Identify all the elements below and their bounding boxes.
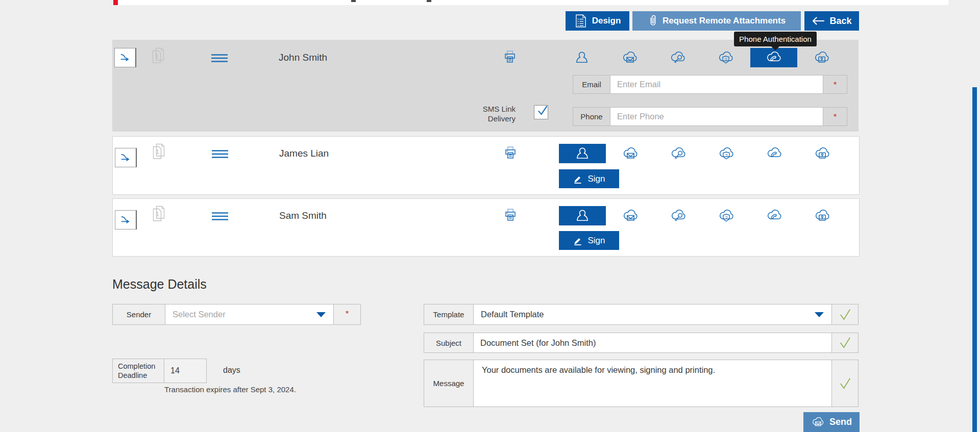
valid-check [832,304,858,324]
sms-label-line1: SMS Link [398,104,516,114]
recipient-row: 1 Sam Smith Sign [112,198,860,257]
in-person-icon[interactable] [559,206,606,225]
message-textarea[interactable]: Your documents are available for viewing… [474,360,831,406]
phone-authentication-icon[interactable] [750,48,797,67]
message-label: Message [424,360,473,406]
document-count-value: 1 [153,53,161,60]
qa-authentication-icon[interactable] [703,144,750,163]
recipient-row: 1 John Smith Email * SMS Link Delivery [112,40,859,132]
design-document-icon [574,14,587,28]
reroute-recipient-button[interactable] [115,210,137,230]
page: Design Request Remote Attachments Back P… [0,0,980,432]
sender-field-group: Sender Select Sender * [112,304,361,325]
merge-arrow-icon [120,153,131,163]
back-button-label: Back [829,16,851,27]
completion-days-input[interactable]: 14 [164,359,206,383]
request-remote-attachments-button[interactable]: Request Remote Attachments [632,11,801,31]
qa-authentication-icon[interactable] [702,48,749,67]
email-label: Email [573,75,610,93]
template-value: Default Template [474,310,551,319]
subject-label: Subject [424,333,473,352]
caret-down-icon [815,312,824,317]
print-delivery-icon[interactable] [502,206,520,224]
phone-input[interactable] [610,112,823,121]
document-count-badge[interactable]: 1 [152,205,166,222]
key-authentication-icon[interactable] [655,206,702,225]
reroute-recipient-button[interactable] [114,48,136,67]
recipient-name: James Lian [279,148,329,159]
recipient-name: John Smith [279,52,327,63]
required-asterisk: * [823,75,847,93]
days-unit-label: days [223,366,240,375]
merge-arrow-icon [119,53,131,63]
sms-link-delivery-checkbox[interactable] [534,105,548,119]
recipient-row: 1 James Lian Sign [112,136,860,195]
document-count-value: 1 [154,211,161,218]
sender-select[interactable]: Select Sender [165,304,334,324]
required-asterisk: * [334,304,360,324]
drag-handle[interactable] [210,53,229,62]
message-field-group: Message Your documents are available for… [424,360,859,407]
message-details-heading: Message Details [112,277,207,292]
send-button-label: Send [829,417,852,427]
tooltip-text: Phone Authentication [739,35,812,43]
sign-button-label: Sign [587,236,605,246]
key-authentication-icon[interactable] [654,48,701,67]
completion-label-line2: Deadline [118,371,147,380]
blue-check-icon [535,103,550,119]
email-delivery-icon[interactable] [607,144,654,163]
sign-button[interactable]: Sign [559,169,619,188]
sender-placeholder: Select Sender [165,310,233,319]
drag-handle[interactable] [211,211,229,220]
qa-authentication-icon[interactable] [703,206,750,225]
merge-arrow-icon [120,215,131,225]
valid-check [832,360,858,406]
email-delivery-icon[interactable] [607,206,654,225]
document-count-badge[interactable]: 1 [152,143,166,160]
hamburger-icon [211,149,229,159]
phone-authentication-icon[interactable] [751,144,798,163]
sms-label-line2: Delivery [398,114,516,123]
in-person-icon[interactable] [558,48,605,67]
required-asterisk: * [823,108,847,125]
expiry-note: Transaction expires after Sept 3, 2024. [164,385,296,394]
phone-label: Phone [573,108,610,125]
sign-button[interactable]: Sign [559,231,619,250]
right-edge-scrollbar[interactable] [972,87,977,432]
email-delivery-icon[interactable] [606,48,653,67]
green-check-icon [839,376,852,391]
paperclip-icon [648,14,658,28]
print-delivery-icon[interactable] [502,144,520,162]
caret-down-icon [316,312,326,317]
phone-authentication-tooltip: Phone Authentication [734,32,817,46]
id-authentication-icon[interactable] [798,48,845,67]
drag-handle[interactable] [211,149,229,158]
sign-button-label: Sign [587,174,605,184]
in-person-icon[interactable] [559,144,606,163]
key-authentication-icon[interactable] [655,144,702,163]
template-select[interactable]: Default Template [473,304,832,324]
request-remote-attachments-label: Request Remote Attachments [663,16,786,26]
subject-input[interactable] [474,338,831,348]
green-check-icon [839,335,852,350]
signature-pen-icon [573,235,583,246]
cloud-envelope-icon [811,415,825,429]
back-button[interactable]: Back [804,11,859,31]
email-field-group: Email * [573,75,847,94]
phone-authentication-icon[interactable] [751,206,798,225]
subject-field-group: Subject [424,333,859,353]
print-delivery-icon[interactable] [501,48,520,66]
completion-deadline-group: Completion Deadline 14 [112,359,207,383]
email-input[interactable] [610,80,823,89]
id-authentication-icon[interactable] [799,144,846,163]
reroute-recipient-button[interactable] [115,148,137,167]
document-count-badge[interactable]: 1 [151,47,165,64]
arrow-left-icon [812,16,825,26]
design-button[interactable]: Design [566,11,629,31]
hamburger-icon [211,211,229,221]
send-button[interactable]: Send [803,412,860,432]
phone-field-group: Phone * [573,107,847,126]
sms-link-delivery-label: SMS Link Delivery [398,104,516,123]
id-authentication-icon[interactable] [799,206,846,225]
template-label: Template [424,304,473,324]
